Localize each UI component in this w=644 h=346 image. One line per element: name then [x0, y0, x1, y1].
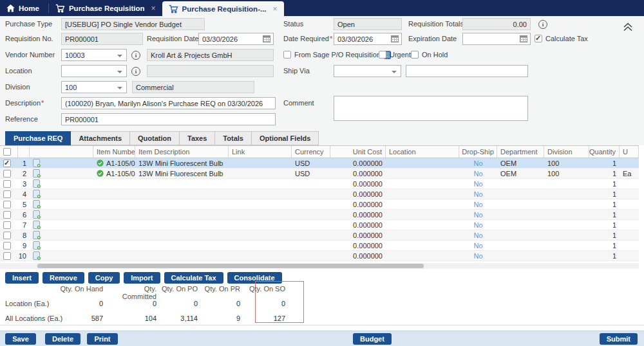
cell-drop_ship[interactable]: No [473, 211, 482, 219]
date-required-field[interactable]: 03/30/2026 [334, 33, 402, 45]
select-all-checkbox[interactable] [3, 148, 11, 156]
ship-via-select[interactable] [334, 65, 401, 77]
cell-item_description: 13W Mini Fluorescent Bulb [138, 170, 223, 178]
add-line-icon[interactable] [33, 190, 41, 199]
submit-button[interactable]: Submit [600, 333, 638, 345]
grid-column-header: Item Description [135, 146, 229, 158]
row-checkbox[interactable] [3, 211, 11, 219]
row-checkbox[interactable] [3, 159, 11, 167]
grid-cell [229, 251, 292, 260]
row-checkbox[interactable] [3, 170, 11, 178]
cell-drop_ship[interactable]: No [473, 190, 482, 198]
tab-purchase-requisition[interactable]: Purchase Requisition × [49, 0, 162, 16]
tab-attachments[interactable]: Attachments [71, 131, 130, 145]
add-line-icon[interactable] [33, 210, 41, 219]
reference-field[interactable]: PR000001 [61, 113, 276, 125]
tab-taxes[interactable]: Taxes [180, 131, 215, 145]
ship-via-name-field[interactable] [406, 65, 528, 77]
qty-value: 0 [192, 300, 240, 307]
calendar-icon[interactable] [391, 35, 399, 42]
print-button[interactable]: Print [87, 333, 118, 345]
cell-drop_ship[interactable]: No [473, 221, 482, 229]
grid-cell: USD [292, 158, 330, 168]
table-row[interactable]: 1A1-105/013W Mini Fluorescent BulbUSD0.0… [0, 158, 639, 168]
add-line-icon[interactable] [33, 200, 41, 209]
calculate-tax-checkbox[interactable]: Calculate Tax [535, 33, 588, 44]
grid-cell [386, 241, 459, 250]
description-field[interactable]: (100020) Bryan, Marilyn Alison's Purchas… [61, 97, 276, 109]
table-row[interactable]: 90.000000No1 [0, 241, 639, 251]
row-checkbox[interactable] [3, 242, 11, 250]
add-line-icon[interactable] [33, 179, 41, 188]
add-line-icon[interactable] [33, 159, 41, 168]
location-select[interactable] [61, 65, 127, 77]
add-line-icon[interactable] [33, 221, 41, 230]
close-icon[interactable]: × [273, 5, 278, 14]
info-icon[interactable] [538, 20, 547, 29]
cell-item_description: 13W Mini Fluorescent Bulb [138, 159, 223, 167]
cell-drop_ship[interactable]: No [473, 159, 482, 167]
vendor-number-select[interactable]: 10003 [61, 49, 127, 61]
cell-drop_ship[interactable]: No [473, 170, 482, 178]
division-select[interactable]: 100 [61, 81, 127, 93]
tab-purchase-requisition-detail[interactable]: Purchase Requisition-... × [162, 1, 284, 16]
cell-drop_ship[interactable]: No [473, 242, 482, 250]
table-row[interactable]: 40.000000No1 [0, 189, 639, 199]
add-line-icon[interactable] [33, 169, 41, 178]
collapse-chevrons-icon[interactable] [622, 23, 634, 33]
add-line-icon[interactable] [33, 231, 41, 240]
cell-quantity: 1 [612, 190, 616, 198]
save-button[interactable]: Save [5, 333, 36, 345]
table-row[interactable]: 50.000000No1 [0, 199, 639, 210]
checkbox-icon [379, 51, 386, 59]
scrollbar-thumb[interactable] [37, 264, 424, 268]
cell-drop_ship[interactable]: No [473, 232, 482, 239]
tab-quotation[interactable]: Quotation [130, 131, 180, 145]
grid-cell [93, 230, 135, 240]
table-row[interactable]: 100.000000No1 [0, 251, 639, 261]
table-row[interactable]: 60.000000No1 [0, 210, 639, 220]
cell-drop_ship[interactable]: No [473, 201, 482, 208]
row-checkbox[interactable] [3, 180, 11, 188]
cell-unit_cost: 0.000000 [353, 211, 383, 219]
row-checkbox[interactable] [3, 221, 11, 229]
table-row[interactable]: 30.000000No1 [0, 179, 639, 189]
delete-button[interactable]: Delete [45, 333, 80, 345]
grid-cell [229, 210, 292, 219]
grid-cell: 0.000000 [330, 189, 386, 199]
row-checkbox[interactable] [3, 252, 11, 260]
table-row[interactable]: 2A1-105/013W Mini Fluorescent BulbUSD0.0… [0, 168, 639, 179]
budget-button[interactable]: Budget [353, 333, 392, 345]
cell-drop_ship[interactable]: No [473, 180, 482, 188]
calendar-icon[interactable] [520, 35, 527, 42]
table-row[interactable]: 70.000000No1 [0, 220, 639, 230]
requisition-date-field[interactable]: 03/30/2026 [198, 33, 274, 45]
horizontal-scrollbar[interactable] [0, 263, 639, 269]
expiration-date-field[interactable] [462, 33, 531, 45]
row-checkbox[interactable] [3, 201, 11, 208]
tab-totals[interactable]: Totals [215, 131, 252, 145]
urgent-checkbox[interactable]: Urgent [379, 50, 411, 60]
from-sage-po-requisition-checkbox[interactable]: From Sage P/O Requisition [283, 50, 391, 60]
calendar-icon[interactable] [263, 35, 270, 42]
grid-cell: Ea [620, 168, 639, 178]
home-tab[interactable]: Home [0, 0, 48, 16]
comment-textarea[interactable] [334, 96, 528, 121]
on-hold-checkbox[interactable]: On Hold [411, 50, 448, 60]
info-icon[interactable] [131, 67, 140, 76]
tab-optional-fields[interactable]: Optional Fields [252, 131, 319, 145]
close-icon[interactable]: × [151, 4, 156, 13]
info-icon[interactable] [131, 51, 140, 60]
row-checkbox[interactable] [3, 232, 11, 239]
cell-drop_ship[interactable]: No [473, 252, 482, 260]
tab-purchase-req[interactable]: Purchase REQ [5, 131, 71, 145]
grid-cell [135, 210, 229, 219]
add-line-icon[interactable] [33, 241, 41, 250]
table-row[interactable]: 80.000000No1 [0, 230, 639, 241]
grid-cell [620, 158, 639, 168]
requisition-totals-label: Requisition Totals [408, 18, 464, 30]
qty-summary-row: All Locations (Ea.)5871043,1149127 [0, 314, 335, 325]
row-checkbox[interactable] [3, 190, 11, 198]
cell-quantity: 1 [612, 211, 616, 219]
add-line-icon[interactable] [33, 251, 41, 260]
